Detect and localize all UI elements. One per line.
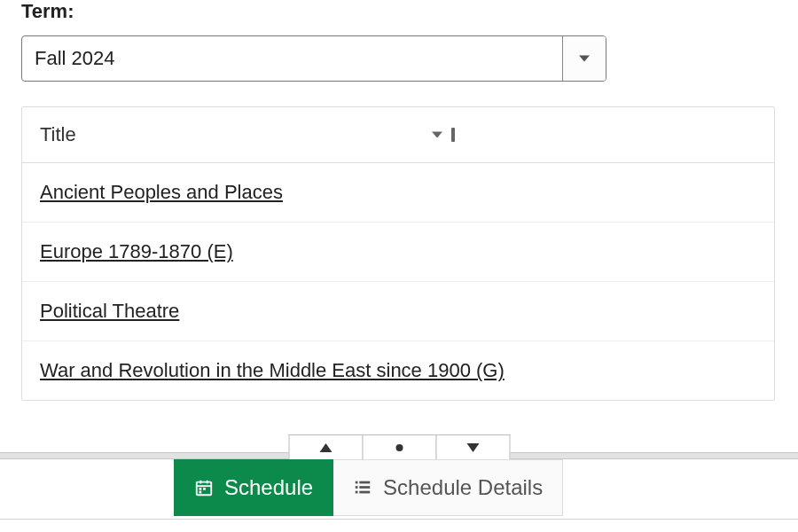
table-row: Political Theatre xyxy=(22,282,774,341)
list-icon xyxy=(353,478,372,497)
course-table: Title Ancient Peoples and Places Europe … xyxy=(21,106,775,401)
tab-schedule-details[interactable]: Schedule Details xyxy=(333,459,563,516)
course-link[interactable]: Political Theatre xyxy=(40,300,179,322)
svg-rect-15 xyxy=(359,486,370,489)
svg-rect-10 xyxy=(200,491,202,494)
term-select-value: Fall 2024 xyxy=(22,36,563,81)
panel-resize-controls xyxy=(289,434,510,459)
column-menu-icon xyxy=(451,128,455,142)
svg-rect-14 xyxy=(359,481,370,484)
reset-button[interactable] xyxy=(363,434,437,459)
footer-divider xyxy=(0,519,798,520)
chevron-down-icon xyxy=(432,129,442,140)
triangle-up-icon xyxy=(320,443,332,452)
svg-rect-9 xyxy=(203,488,206,490)
svg-marker-2 xyxy=(320,443,332,452)
svg-marker-0 xyxy=(579,55,590,61)
svg-rect-8 xyxy=(200,488,202,490)
course-link[interactable]: Europe 1789-1870 (E) xyxy=(40,240,233,262)
dot-icon xyxy=(396,444,403,451)
column-header-title: Title xyxy=(40,123,76,146)
course-table-header[interactable]: Title xyxy=(22,107,774,163)
tab-label: Schedule xyxy=(224,475,313,500)
expand-up-button[interactable] xyxy=(289,434,364,459)
term-select[interactable]: Fall 2024 xyxy=(21,35,606,82)
table-row: Europe 1789-1870 (E) xyxy=(22,223,774,282)
course-link[interactable]: War and Revolution in the Middle East si… xyxy=(40,359,505,381)
chevron-down-icon xyxy=(563,36,606,81)
svg-rect-11 xyxy=(356,481,358,484)
triangle-down-icon xyxy=(467,443,480,452)
collapse-down-button[interactable] xyxy=(436,434,511,459)
tab-bar: Schedule Schedule Details xyxy=(0,459,798,516)
svg-rect-13 xyxy=(356,491,358,494)
table-row: War and Revolution in the Middle East si… xyxy=(22,341,774,400)
tab-label: Schedule Details xyxy=(383,475,543,500)
table-row: Ancient Peoples and Places xyxy=(22,163,774,223)
term-label: Term: xyxy=(21,0,777,23)
svg-marker-3 xyxy=(467,443,480,452)
course-link[interactable]: Ancient Peoples and Places xyxy=(40,181,283,203)
calendar-icon xyxy=(194,478,214,497)
svg-rect-12 xyxy=(356,486,358,489)
svg-rect-16 xyxy=(359,491,370,494)
svg-marker-1 xyxy=(432,131,442,137)
tab-schedule[interactable]: Schedule xyxy=(174,459,333,516)
column-sort-control[interactable] xyxy=(432,128,455,142)
